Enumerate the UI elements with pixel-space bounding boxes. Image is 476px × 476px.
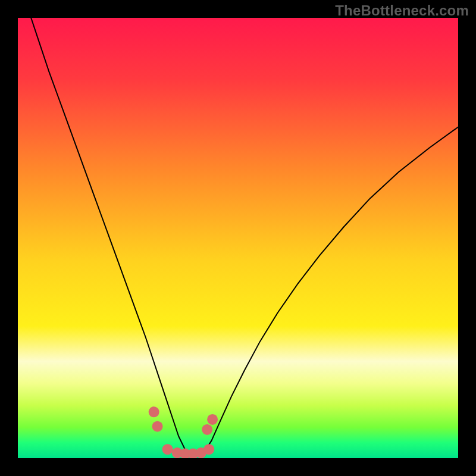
gradient-background	[18, 18, 458, 458]
marker-dot	[162, 444, 173, 455]
watermark-text: TheBottleneck.com	[335, 2, 469, 19]
marker-dot	[152, 421, 163, 432]
marker-dot	[202, 424, 212, 435]
chart-frame: TheBottleneck.com	[0, 0, 476, 476]
plot-area	[18, 18, 458, 458]
marker-dot	[149, 406, 159, 417]
marker-dot	[207, 414, 218, 425]
marker-dot	[203, 444, 214, 455]
chart-svg	[18, 18, 458, 458]
